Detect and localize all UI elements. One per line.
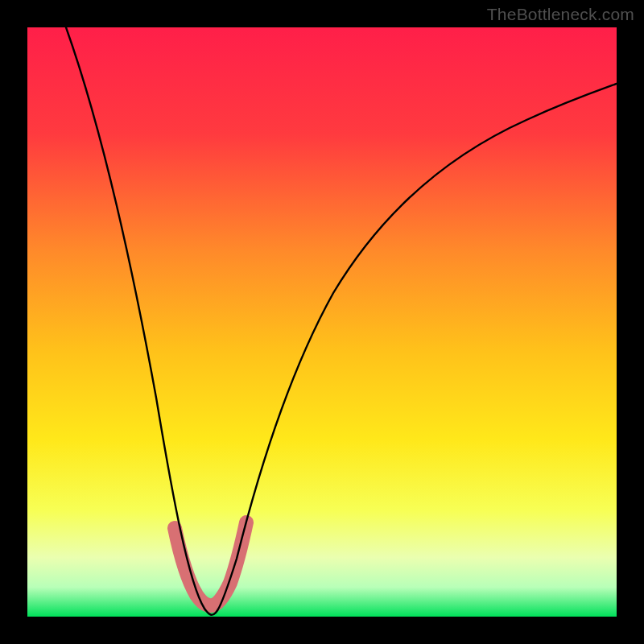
bottleneck-curve	[66, 27, 617, 615]
curve-layer	[27, 27, 617, 617]
watermark-text: TheBottleneck.com	[487, 5, 634, 24]
chart-frame: TheBottleneck.com	[0, 0, 644, 644]
plot-area	[27, 27, 617, 617]
